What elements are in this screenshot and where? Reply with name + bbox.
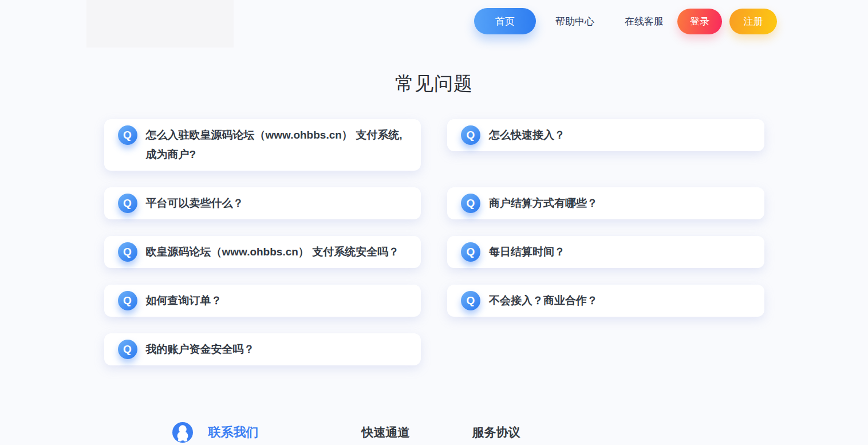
faq-question-text: 如何查询订单？: [146, 291, 222, 310]
question-icon: Q: [118, 242, 137, 262]
question-icon: Q: [118, 291, 137, 310]
faq-card-settlement-time[interactable]: Q 每日结算时间？: [447, 236, 764, 268]
faq-list: Q 怎么入驻欧皇源码论坛（www.ohbbs.cn） 支付系统,成为商户? Q …: [104, 119, 764, 365]
faq-question-text: 每日结算时间？: [489, 242, 565, 262]
faq-card-what-to-sell[interactable]: Q 平台可以卖些什么？: [104, 187, 421, 219]
logo-placeholder: [86, 0, 234, 48]
header: 首页 帮助中心 在线客服 登录 注册: [0, 0, 868, 48]
faq-question-text: 不会接入？商业合作？: [489, 291, 598, 310]
footer-link-fast-channel[interactable]: 快速通道: [362, 424, 410, 440]
page-title: 常见问题: [0, 73, 868, 93]
register-button[interactable]: 注册: [729, 9, 777, 34]
footer-link-service-agreement[interactable]: 服务协议: [472, 424, 520, 440]
footer-contact-label: 联系我们: [208, 424, 259, 441]
faq-question-text: 怎么入驻欧皇源码论坛（www.ohbbs.cn） 支付系统,成为商户?: [146, 125, 404, 164]
faq-card-query-order[interactable]: Q 如何查询订单？: [104, 285, 421, 317]
faq-card-system-safety[interactable]: Q 欧皇源码论坛（www.ohbbs.cn） 支付系统安全吗？: [104, 236, 421, 268]
footer: 联系我们 快速通道 服务协议: [104, 422, 764, 443]
faq-question-text: 欧皇源码论坛（www.ohbbs.cn） 支付系统安全吗？: [146, 242, 400, 262]
faq-card-business-cooperation[interactable]: Q 不会接入？商业合作？: [447, 285, 764, 317]
faq-question-text: 怎么快速接入？: [489, 125, 565, 145]
question-icon: Q: [461, 291, 480, 310]
question-icon: Q: [461, 125, 480, 145]
nav-home-button[interactable]: 首页: [474, 8, 536, 34]
faq-question-text: 平台可以卖些什么？: [146, 194, 244, 213]
faq-card-join-merchant[interactable]: Q 怎么入驻欧皇源码论坛（www.ohbbs.cn） 支付系统,成为商户?: [104, 119, 421, 171]
question-icon: Q: [461, 194, 480, 213]
faq-question-text: 商户结算方式有哪些？: [489, 194, 598, 213]
nav-help-center-link[interactable]: 帮助中心: [555, 15, 594, 28]
faq-card-quick-access[interactable]: Q 怎么快速接入？: [447, 119, 764, 151]
question-icon: Q: [461, 242, 480, 262]
question-icon: Q: [118, 125, 137, 145]
faq-question-text: 我的账户资金安全吗？: [146, 340, 255, 359]
nav-online-service-link[interactable]: 在线客服: [625, 15, 664, 28]
qq-icon: [172, 422, 193, 443]
main-nav: 首页 帮助中心 在线客服 登录 注册: [474, 8, 777, 34]
faq-card-funds-safety[interactable]: Q 我的账户资金安全吗？: [104, 333, 421, 365]
question-icon: Q: [118, 340, 137, 359]
question-icon: Q: [118, 194, 137, 213]
footer-contact[interactable]: 联系我们: [172, 422, 259, 443]
faq-card-settlement-methods[interactable]: Q 商户结算方式有哪些？: [447, 187, 764, 219]
login-button[interactable]: 登录: [677, 9, 722, 34]
